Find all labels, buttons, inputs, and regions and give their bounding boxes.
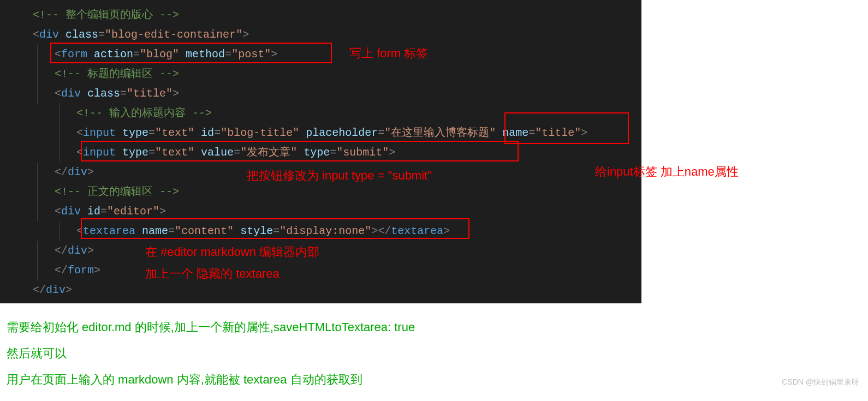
code-line: <div class="blog-edit-container"> [11,25,641,45]
code-line: <div id="editor"> [11,202,641,222]
annotation-label: 加上一个 隐藏的 textarea [145,264,280,284]
code-line: <div class="title"> [11,84,641,104]
code-line: <!-- 标题的编辑区 --> [11,64,641,84]
code-line: </form> [11,261,641,280]
note-line: 需要给初始化 editor.md 的时候,加上一个新的属性,saveHTMLto… [7,314,861,340]
explanation-notes: 需要给初始化 editor.md 的时候,加上一个新的属性,saveHTMLto… [0,303,868,393]
watermark: CSDN @快到锅里来呀 [782,378,859,387]
code-line: </div> [11,280,641,300]
note-line: 然后就可以 [7,340,861,367]
note-line: 用户在页面上输入的 markdown 内容,就能被 textarea 自动的获取… [7,367,861,393]
code-line: <!-- 整个编辑页的版心 --> [11,5,641,25]
code-line: <form action="blog" method="post"> [11,45,641,64]
code-editor: <!-- 整个编辑页的版心 --> <div class="blog-edit-… [0,0,641,303]
code-line: <input type="text" id="blog-title" place… [11,123,641,143]
annotation-label: 写上 form 标签 [349,44,428,63]
code-line: <textarea name="content" style="display:… [11,222,641,241]
code-line: <input type="text" value="发布文章" type="su… [11,143,641,163]
annotation-label: 把按钮修改为 input type = "submit" [247,166,432,185]
annotation-label: 给input标签 加上name属性 [595,164,739,180]
annotation-label: 在 #editor markdown 编辑器内部 [145,242,319,262]
code-line: </div> [11,241,641,261]
code-line: <!-- 输入的标题内容 --> [11,104,641,123]
